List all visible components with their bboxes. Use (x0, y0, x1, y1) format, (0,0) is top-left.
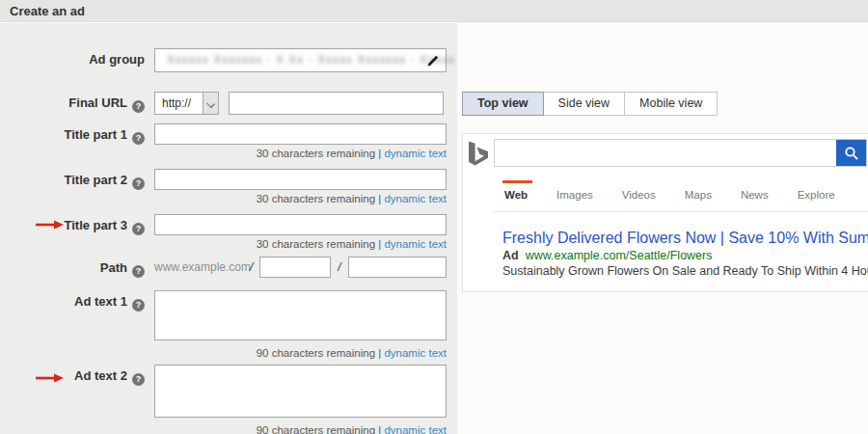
ad-text-2-dynamic-text-link[interactable]: dynamic text (384, 424, 447, 434)
title-part-3-row: Title part 3? 30 characters remaining | … (0, 214, 457, 250)
help-icon[interactable]: ? (132, 132, 145, 145)
nav-item-news: News (741, 189, 769, 201)
title-part-3-input[interactable] (154, 214, 447, 235)
title-part-2-input[interactable] (154, 169, 447, 190)
title-part-3-remaining: 30 characters remaining (257, 238, 375, 250)
ad-preview-panel: Web Images Videos Maps News Explore Fres… (462, 133, 868, 292)
title-part-1-row: Title part 1? 30 characters remaining | … (0, 123, 457, 159)
title-part-2-remaining: 30 characters remaining (257, 193, 375, 204)
chevron-down-icon (203, 93, 218, 114)
final-url-row: Final URL? http:// (0, 92, 457, 115)
title-part-1-input[interactable] (154, 123, 447, 145)
preview-search-button (836, 140, 866, 166)
preview-search-input (499, 142, 833, 164)
nav-item-web: Web (504, 189, 528, 201)
ad-text-1-remaining: 90 characters remaining (257, 347, 375, 359)
ad-group-row: Ad group Xxxxxx Xxxxxxx - X Xx - Xxxxx X… (0, 48, 457, 72)
nav-item-images: Images (556, 189, 593, 201)
ad-text-2-label: Ad text 2 (74, 368, 127, 383)
ad-preview-display-url: www.example.com/Seattle/Flowers (526, 249, 713, 262)
preview-tabs: Top view Side view Mobile view (462, 92, 718, 116)
ad-group-label: Ad group (0, 48, 145, 67)
path-separator: / (250, 260, 253, 274)
title-part-1-label: Title part 1 (64, 127, 127, 142)
preview-search-nav: Web Images Videos Maps News Explore (504, 189, 864, 201)
preview-divider (493, 211, 868, 212)
annotation-arrow-icon (36, 373, 65, 383)
help-icon[interactable]: ? (132, 373, 145, 386)
title-part-3-label: Title part 3 (64, 218, 127, 232)
ad-group-redacted-value: Xxxxxx Xxxxxxx - X Xx - Xxxxx Xxxxxxx - … (167, 53, 455, 67)
create-ad-page: Create an ad Ad group Xxxxxx Xxxxxxx - X… (0, 0, 868, 434)
help-icon[interactable]: ? (132, 100, 145, 113)
path-label: Path (100, 260, 127, 275)
hint-divider: | (378, 193, 381, 204)
hint-divider: | (378, 347, 381, 359)
ad-preview-description: Sustainably Grown Flowers On Sale and Re… (502, 264, 868, 279)
path-domain-text: www.example.com (154, 260, 243, 274)
nav-item-maps: Maps (685, 189, 712, 201)
help-icon[interactable]: ? (132, 299, 145, 312)
tab-mobile-view[interactable]: Mobile view (624, 92, 718, 116)
title-part-2-label: Title part 2 (64, 173, 127, 187)
title-part-2-dynamic-text-link[interactable]: dynamic text (384, 193, 447, 204)
help-icon[interactable]: ? (132, 177, 145, 190)
ad-text-2-remaining: 90 characters remaining (257, 424, 375, 434)
tab-side-view[interactable]: Side view (543, 92, 626, 116)
annotation-arrow-icon (36, 220, 65, 230)
path-2-input[interactable] (348, 257, 447, 278)
hint-divider: | (378, 238, 381, 250)
page-title: Create an ad (0, 0, 868, 22)
title-part-1-dynamic-text-link[interactable]: dynamic text (384, 148, 447, 159)
ad-text-1-textarea[interactable] (154, 290, 447, 340)
help-icon[interactable]: ? (132, 265, 145, 278)
bing-logo-icon (469, 141, 488, 166)
final-url-input[interactable] (229, 92, 444, 115)
ad-preview-block: Freshly Delivered Flowers Now | Save 10%… (502, 229, 868, 279)
ad-text-1-dynamic-text-link[interactable]: dynamic text (384, 347, 447, 359)
preview-search-box (494, 139, 867, 167)
help-icon[interactable]: ? (132, 223, 145, 235)
path-1-input[interactable] (259, 257, 331, 278)
path-separator: / (338, 260, 340, 274)
hint-divider: | (378, 424, 381, 434)
ad-text-1-label: Ad text 1 (74, 294, 127, 309)
title-part-2-row: Title part 2? 30 characters remaining | … (0, 169, 457, 204)
tab-top-view[interactable]: Top view (462, 92, 544, 116)
path-row: Path? www.example.com / / (0, 257, 457, 278)
edit-pencil-icon[interactable] (426, 54, 440, 68)
nav-item-explore: Explore (798, 189, 835, 201)
title-part-3-dynamic-text-link[interactable]: dynamic text (384, 238, 447, 250)
protocol-selected-value: http:// (155, 93, 203, 114)
ad-preview-title: Freshly Delivered Flowers Now | Save 10%… (502, 229, 868, 247)
ad-text-2-textarea[interactable] (154, 365, 447, 418)
search-icon (844, 146, 859, 161)
protocol-select[interactable]: http:// (154, 92, 219, 115)
nav-item-videos: Videos (622, 189, 656, 201)
hint-divider: | (378, 148, 381, 159)
ad-text-1-row: Ad text 1? 90 characters remaining | dyn… (0, 290, 457, 359)
ad-group-field[interactable]: Xxxxxx Xxxxxxx - X Xx - Xxxxx Xxxxxxx - … (154, 48, 447, 72)
final-url-label: Final URL (68, 95, 127, 110)
title-part-1-remaining: 30 characters remaining (257, 148, 375, 159)
ad-badge: Ad (502, 249, 519, 262)
ad-text-2-row: Ad text 2? 90 characters remaining | dyn… (0, 365, 457, 434)
